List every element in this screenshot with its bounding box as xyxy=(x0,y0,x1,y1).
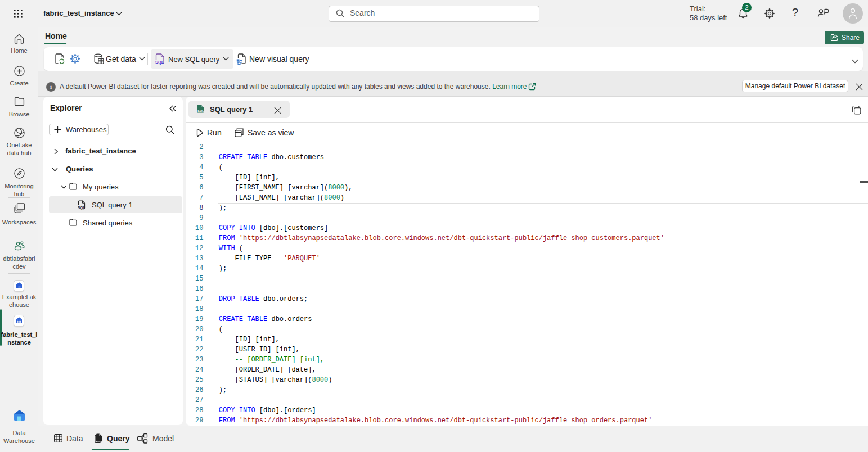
svg-text:SQL: SQL xyxy=(78,206,86,210)
svg-text:SQL: SQL xyxy=(197,109,204,112)
svg-text:SQL: SQL xyxy=(155,60,164,65)
